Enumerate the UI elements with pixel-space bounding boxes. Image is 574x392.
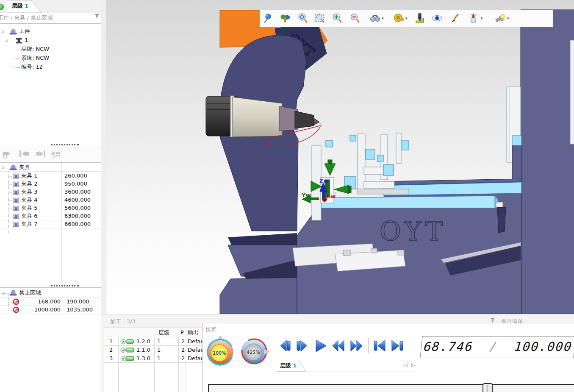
fixture-name: 夹具 2 — [21, 180, 37, 188]
preview-tab-hierarchy[interactable]: 层级 1 — [280, 362, 297, 370]
preview-title: 预览 — [205, 325, 216, 333]
fixture-row-1[interactable]: 夹具 1 260.000 — [0, 172, 101, 180]
axis-label-y: Yw — [301, 192, 311, 198]
zoom-in-icon[interactable] — [332, 13, 343, 24]
orient-view-icon[interactable] — [280, 13, 291, 24]
paint-brush-icon[interactable] — [449, 13, 460, 24]
fixture-name: 夹具 3 — [21, 188, 37, 196]
fixture-row-4[interactable]: 夹具 4 4600.000 — [0, 196, 101, 204]
expander-icon[interactable] — [1, 292, 4, 295]
fixture-panel: 夹具 夹具 1 260.000 夹具 2 950.000 夹具 3 3600.0… — [0, 162, 101, 284]
horizontal-splitter[interactable] — [0, 284, 101, 287]
pen-set-dropdown-caret[interactable]: ▾ — [481, 10, 483, 27]
find-dropdown-caret[interactable]: ▾ — [382, 10, 384, 27]
tree-row-workpiece-root[interactable]: 工件 — [0, 27, 101, 35]
pen-set-icon[interactable] — [468, 13, 479, 24]
rewind-button[interactable] — [331, 339, 346, 353]
fixture-name: 夹具 1 — [21, 172, 37, 180]
fixture-add-icon[interactable] — [2, 149, 14, 159]
status-enabled-icon[interactable] — [120, 339, 135, 345]
step-back-button[interactable] — [277, 339, 292, 353]
zoom-out-icon[interactable] — [349, 13, 360, 24]
horizontal-splitter[interactable] — [0, 143, 101, 146]
tree-row-brand[interactable]: 品牌: NCW — [0, 45, 101, 53]
fixture-value: 6600.000 — [64, 220, 91, 228]
fixture-move-right-icon[interactable] — [35, 149, 47, 159]
col-header-level[interactable]: 层级 — [158, 328, 169, 337]
prop-brand-value: NCW — [36, 46, 50, 52]
expander-icon[interactable] — [1, 166, 4, 169]
machine-3d-viewport[interactable]: OYT OYT — [106, 0, 574, 314]
preview-panel: 预览 100% 425% 68.746 / 100.000 — [202, 323, 574, 392]
forbidden-row-2[interactable]: 1000.000 1035.000 — [0, 306, 101, 314]
fixture-row-7[interactable]: 夹具 7 6600.000 — [0, 220, 101, 228]
sidebar-panel-title: 工件 / 夹具 / 禁止区域 — [0, 14, 53, 22]
flashlight-dropdown-caret[interactable]: ▾ — [507, 10, 509, 27]
speed-dial[interactable]: 100% — [205, 333, 236, 367]
fixture-row-5[interactable]: 夹具 5 5600.000 — [0, 204, 101, 212]
progress-current: 68.746 — [423, 339, 474, 354]
fixture-move-left-icon[interactable] — [18, 149, 31, 159]
prop-system-label: 系统: — [21, 55, 34, 61]
operation-output: Defau — [188, 337, 204, 345]
fixture-grid-icon[interactable] — [51, 149, 64, 159]
fixture-row-2[interactable]: 夹具 2 950.000 — [0, 180, 101, 188]
tree-row-fixture-root[interactable]: 夹具 — [0, 163, 101, 172]
play-button[interactable] — [313, 339, 328, 353]
step-forward-button[interactable] — [295, 339, 310, 353]
pan-view-icon[interactable] — [297, 13, 308, 24]
operation-p: 2 — [181, 337, 185, 345]
fixture-value: 260.000 — [64, 172, 87, 180]
expander-icon[interactable] — [5, 39, 8, 42]
visibility-eye-icon[interactable] — [432, 13, 443, 24]
tab-scroll-right[interactable]: ▷ — [411, 362, 415, 368]
operation-level: 1 — [157, 354, 161, 362]
fixture-value: 950.000 — [64, 180, 87, 188]
zoom-window-icon[interactable] — [314, 13, 325, 24]
col-header-output[interactable]: 输出 — [188, 328, 199, 337]
right-fixture-column — [507, 87, 521, 182]
application-window: 层级 1 工件 / 夹具 / 禁止区域 工件 — [0, 0, 574, 392]
machine-right-column — [521, 10, 574, 314]
button-separator — [368, 338, 369, 354]
tree-row-number[interactable]: 编号: 12 — [0, 63, 101, 71]
tree-row-forbidden-root[interactable]: 禁止区域 — [0, 288, 101, 297]
fixture-icon — [13, 181, 19, 187]
fixture-row-3[interactable]: 夹具 3 3600.000 — [0, 188, 101, 196]
zoom-dial[interactable]: 425% — [239, 334, 273, 367]
measure-tape-icon[interactable] — [393, 13, 404, 24]
fixture-icon — [13, 205, 19, 211]
vertical-splitter[interactable] — [101, 0, 106, 314]
status-enabled-icon[interactable] — [120, 356, 135, 361]
tree-row-system[interactable]: 系统: NCW — [0, 54, 101, 62]
forbidden-row-1[interactable]: -168.000 190.000 — [0, 297, 101, 306]
find-icon[interactable] — [369, 13, 380, 24]
flashlight-icon[interactable] — [495, 13, 506, 24]
tree-row-part[interactable]: 1. — [0, 36, 101, 44]
operation-id: 1.3.0 — [136, 354, 150, 362]
machining-title: 加工 - 3/3 — [110, 318, 136, 325]
fixture-value: 6300.000 — [64, 212, 91, 220]
expander-icon[interactable] — [1, 30, 4, 33]
jump-to-end-button[interactable] — [390, 339, 405, 353]
status-enabled-icon[interactable] — [120, 347, 135, 353]
probe-tool-icon[interactable] — [414, 13, 425, 24]
jump-to-start-button[interactable] — [372, 339, 387, 353]
fixture-toolbar — [0, 146, 101, 162]
fixture-row-6[interactable]: 夹具 6 6300.000 — [0, 212, 101, 220]
tree-label-forbidden: 禁止区域 — [19, 288, 41, 297]
forbidden-zone-panel: 禁止区域 -168.000 190.000 1000.0 — [0, 287, 101, 392]
tab-hierarchy[interactable]: 层级 1 — [12, 2, 28, 10]
preview-tab-label: 层级 — [280, 362, 291, 369]
tab-hierarchy-label: 层级 — [12, 3, 23, 9]
locate-pin-icon[interactable] — [262, 13, 273, 24]
timeline-track[interactable] — [208, 384, 574, 392]
col-header-p[interactable]: P — [180, 328, 184, 337]
row-number: 3 — [109, 354, 113, 362]
measure-dropdown-caret[interactable]: ▾ — [405, 10, 408, 27]
timeline-handle[interactable] — [482, 383, 493, 392]
tab-scroll-left[interactable]: ◁ — [404, 362, 407, 368]
fast-forward-button[interactable] — [349, 339, 364, 353]
fixture-value: 5600.000 — [64, 204, 91, 212]
pin-icon[interactable] — [94, 13, 100, 20]
